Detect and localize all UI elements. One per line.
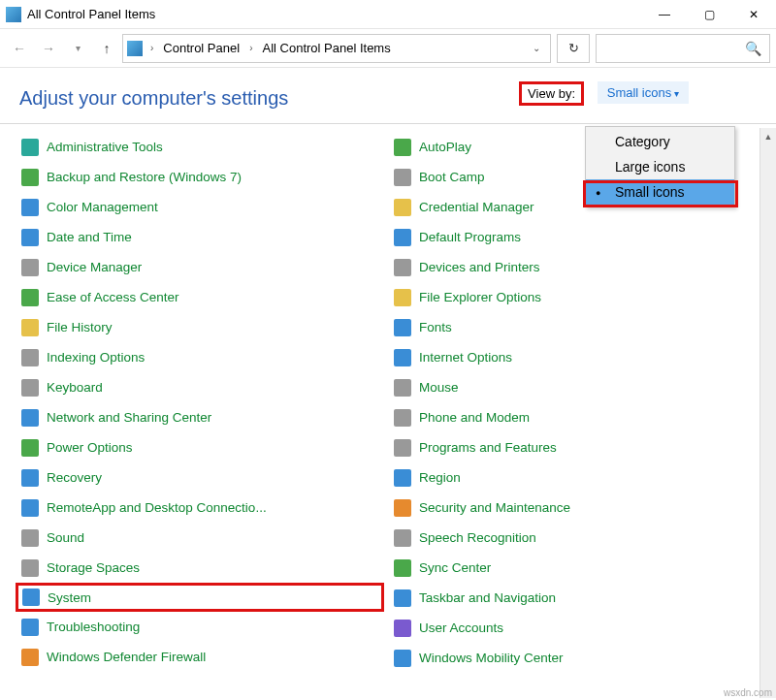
ease-of-access-icon — [21, 289, 39, 306]
item-windows-mobility-center[interactable]: Windows Mobility Center — [392, 643, 757, 667]
watermark: wsxdn.com — [724, 687, 772, 698]
keyboard-icon — [21, 379, 39, 397]
autoplay-icon — [394, 139, 411, 156]
item-recovery[interactable]: Recovery — [19, 462, 384, 493]
region-icon — [394, 469, 411, 487]
date-time-icon — [21, 229, 39, 246]
power-options-icon — [21, 439, 39, 457]
view-by-option-small-icons[interactable]: Small icons — [586, 179, 734, 205]
troubleshooting-icon — [21, 619, 39, 636]
item-internet-options[interactable]: Internet Options — [392, 342, 757, 372]
item-keyboard[interactable]: Keyboard — [19, 372, 384, 402]
item-sync-center[interactable]: Sync Center — [392, 553, 757, 583]
item-region[interactable]: Region — [392, 462, 757, 493]
item-windows-defender-firewall[interactable]: Windows Defender Firewall — [19, 642, 384, 667]
back-button[interactable]: ← — [6, 35, 33, 62]
file-history-icon — [21, 319, 39, 336]
control-panel-icon — [6, 7, 21, 22]
item-sound[interactable]: Sound — [19, 523, 384, 553]
close-button[interactable]: ✕ — [731, 0, 776, 29]
view-by-option-category[interactable]: Category — [586, 129, 734, 154]
device-manager-icon — [21, 259, 39, 276]
item-power-options[interactable]: Power Options — [19, 432, 384, 462]
item-color-management[interactable]: Color Management — [19, 192, 384, 222]
item-fonts[interactable]: Fonts — [392, 312, 757, 342]
storage-spaces-icon — [21, 559, 39, 577]
color-management-icon — [21, 199, 39, 216]
recent-locations-button[interactable]: ▾ — [64, 35, 91, 62]
search-input[interactable]: 🔍 — [596, 34, 770, 63]
window-title: All Control Panel Items — [27, 7, 155, 21]
mobility-center-icon — [394, 650, 411, 667]
scroll-up-arrow[interactable]: ▲ — [760, 128, 776, 144]
item-date-and-time[interactable]: Date and Time — [19, 222, 384, 252]
item-programs-and-features[interactable]: Programs and Features — [392, 432, 757, 462]
page-title: Adjust your computer's settings — [19, 87, 288, 110]
indexing-options-icon — [21, 349, 39, 366]
item-phone-and-modem[interactable]: Phone and Modem — [392, 402, 757, 432]
recovery-icon — [21, 469, 39, 487]
item-speech-recognition[interactable]: Speech Recognition — [392, 523, 757, 553]
item-taskbar-and-navigation[interactable]: Taskbar and Navigation — [392, 583, 757, 613]
maximize-button[interactable]: ▢ — [687, 0, 731, 29]
sync-center-icon — [394, 559, 411, 577]
taskbar-navigation-icon — [394, 589, 411, 607]
item-default-programs[interactable]: Default Programs — [392, 222, 757, 252]
item-ease-of-access[interactable]: Ease of Access Center — [19, 282, 384, 312]
phone-modem-icon — [394, 409, 411, 427]
titlebar: All Control Panel Items — ▢ ✕ — [0, 0, 776, 29]
fonts-icon — [394, 319, 411, 336]
breadcrumb-all-items[interactable]: All Control Panel Items — [260, 41, 392, 55]
administrative-tools-icon — [21, 139, 39, 156]
address-icon — [127, 41, 143, 56]
header-row: Adjust your computer's settings View by:… — [0, 68, 776, 124]
vertical-scrollbar[interactable]: ▲ — [760, 128, 776, 698]
sound-icon — [21, 529, 39, 547]
firewall-icon — [21, 649, 39, 666]
item-system[interactable]: System — [16, 583, 384, 612]
item-mouse[interactable]: Mouse — [392, 372, 757, 402]
security-maintenance-icon — [394, 499, 411, 517]
system-icon — [22, 589, 40, 606]
window-system-buttons: — ▢ ✕ — [642, 0, 776, 29]
item-storage-spaces[interactable]: Storage Spaces — [19, 553, 384, 583]
address-history-dropdown[interactable]: ⌄ — [527, 43, 546, 53]
item-file-explorer-options[interactable]: File Explorer Options — [392, 282, 757, 312]
backup-restore-icon — [21, 169, 39, 186]
internet-options-icon — [394, 349, 411, 366]
item-administrative-tools[interactable]: Administrative Tools — [19, 132, 384, 162]
item-indexing-options[interactable]: Indexing Options — [19, 342, 384, 372]
programs-features-icon — [394, 439, 411, 457]
view-by-option-large-icons[interactable]: Large icons — [586, 154, 734, 179]
item-file-history[interactable]: File History — [19, 312, 384, 342]
speech-recognition-icon — [394, 529, 411, 547]
credential-manager-icon — [394, 199, 411, 216]
item-user-accounts[interactable]: User Accounts — [392, 613, 757, 643]
user-accounts-icon — [394, 620, 411, 637]
address-bar[interactable]: › Control Panel › All Control Panel Item… — [122, 34, 551, 63]
view-by-menu: Category Large icons Small icons — [585, 126, 735, 207]
view-by-label: View by: — [519, 81, 584, 106]
refresh-button[interactable]: ↻ — [557, 34, 590, 63]
file-explorer-options-icon — [394, 289, 411, 306]
item-device-manager[interactable]: Device Manager — [19, 252, 384, 282]
search-icon: 🔍 — [745, 41, 761, 56]
item-security-and-maintenance[interactable]: Security and Maintenance — [392, 493, 757, 523]
item-troubleshooting[interactable]: Troubleshooting — [19, 612, 384, 642]
item-remoteapp[interactable]: RemoteApp and Desktop Connectio... — [19, 493, 384, 523]
item-devices-and-printers[interactable]: Devices and Printers — [392, 252, 757, 282]
minimize-button[interactable]: — — [642, 0, 687, 29]
up-button[interactable]: ↑ — [93, 35, 120, 62]
remoteapp-icon — [21, 499, 39, 517]
boot-camp-icon — [394, 169, 411, 186]
forward-button[interactable]: → — [35, 35, 62, 62]
breadcrumb-control-panel[interactable]: Control Panel — [161, 41, 242, 55]
view-by-dropdown[interactable]: Small icons — [598, 81, 689, 104]
chevron-right-icon[interactable]: › — [245, 43, 256, 53]
mouse-icon — [394, 379, 411, 397]
default-programs-icon — [394, 229, 411, 246]
chevron-right-icon[interactable]: › — [146, 43, 157, 53]
item-network-sharing[interactable]: Network and Sharing Center — [19, 402, 384, 432]
navigation-bar: ← → ▾ ↑ › Control Panel › All Control Pa… — [0, 29, 776, 68]
item-backup-and-restore[interactable]: Backup and Restore (Windows 7) — [19, 162, 384, 192]
